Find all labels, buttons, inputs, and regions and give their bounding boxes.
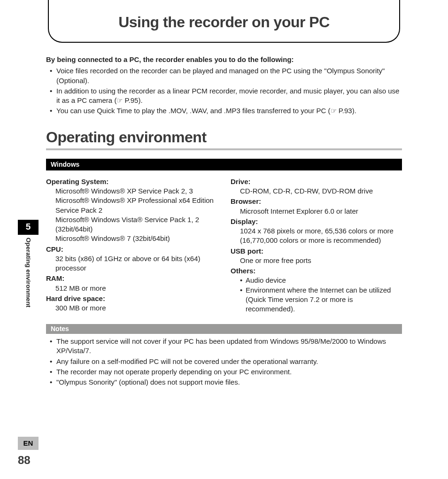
- display-label: Display:: [231, 217, 402, 226]
- list-item: The recorder may not operate properly de…: [46, 367, 402, 377]
- os-line: Microsoft® Windows® XP Professional x64 …: [55, 196, 217, 215]
- drive-label: Drive:: [231, 177, 402, 186]
- list-item: The support service will not cover if yo…: [46, 337, 402, 356]
- cpu-value: 32 bits (x86) of 1GHz or above or 64 bit…: [55, 254, 217, 273]
- os-line: Microsoft® Windows Vista® Service Pack 1…: [55, 215, 217, 234]
- language-tab: EN: [18, 437, 39, 450]
- display-value: 1024 x 768 pixels or more, 65,536 colors…: [240, 226, 402, 246]
- spec-columns: Operating System: Microsoft® Windows® XP…: [46, 176, 402, 314]
- list-item: Voice files recorded on the recorder can…: [46, 66, 402, 85]
- list-item: Environment where the Internet can be ut…: [240, 286, 402, 314]
- os-label: Operating System:: [46, 177, 217, 186]
- section-title: Operating environment: [46, 127, 402, 150]
- browser-value: Microsoft Internet Explorer 6.0 or later: [240, 207, 402, 216]
- side-section-label: Operating environment: [24, 238, 32, 308]
- list-item: Any failure on a self-modified PC will n…: [46, 357, 402, 366]
- usb-label: USB port:: [231, 247, 402, 256]
- list-item: Audio device: [240, 276, 402, 285]
- main-title: Using the recorder on your PC: [58, 12, 390, 32]
- spec-left: Operating System: Microsoft® Windows® XP…: [46, 176, 217, 314]
- browser-label: Browser:: [231, 197, 402, 206]
- hdd-value: 300 MB or more: [55, 303, 217, 313]
- notes-list: The support service will not cover if yo…: [46, 337, 402, 387]
- main-title-frame: Using the recorder on your PC: [48, 0, 400, 43]
- others-label: Others:: [231, 266, 402, 276]
- hdd-label: Hard drive space:: [46, 294, 217, 303]
- intro-heading: By being connected to a PC, the recorder…: [46, 55, 402, 64]
- spec-right: Drive: CD-ROM, CD-R, CD-RW, DVD-ROM driv…: [231, 176, 402, 314]
- list-item: You can use Quick Time to play the .MOV,…: [46, 106, 402, 116]
- page-number: 88: [18, 453, 31, 468]
- usb-value: One or more free ports: [240, 256, 402, 265]
- os-line: Microsoft® Windows® XP Service Pack 2, 3: [55, 186, 217, 196]
- list-item: In addition to using the recorder as a l…: [46, 86, 402, 106]
- side-tab: 5 Operating environment: [18, 220, 39, 307]
- ram-label: RAM:: [46, 274, 217, 283]
- drive-value: CD-ROM, CD-R, CD-RW, DVD-ROM drive: [240, 186, 402, 196]
- chapter-number: 5: [18, 220, 39, 235]
- os-line: Microsoft® Windows® 7 (32bit/64bit): [55, 234, 217, 243]
- cpu-label: CPU:: [46, 245, 217, 254]
- notes-bar: Notes: [46, 324, 402, 334]
- intro-bullets: Voice files recorded on the recorder can…: [46, 66, 402, 116]
- windows-bar: Windows: [46, 159, 402, 170]
- list-item: "Olympus Sonority" (optional) does not s…: [46, 378, 402, 387]
- ram-value: 512 MB or more: [55, 284, 217, 293]
